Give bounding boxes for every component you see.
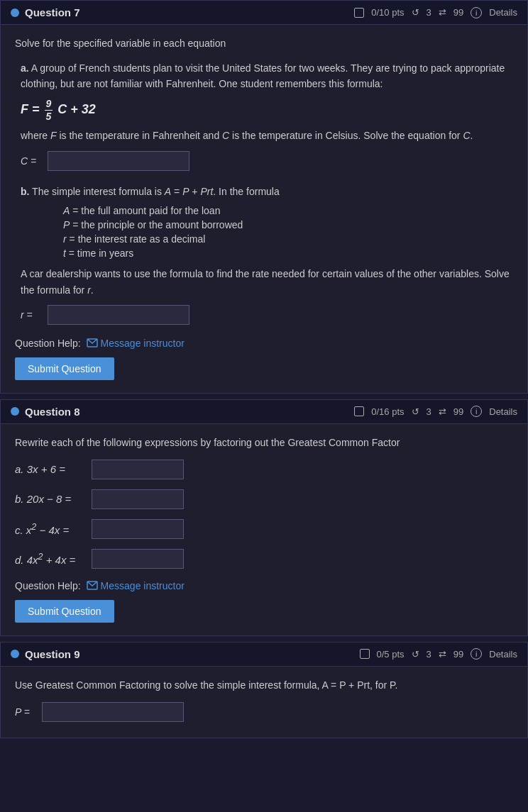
expr-d-row: d. 4x2 + 4x = <box>15 549 513 569</box>
question-7-title: Question 7 <box>11 6 80 18</box>
expr-c-row: c. x2 − 4x = <box>15 519 513 539</box>
part-b-answer-input[interactable] <box>48 305 189 325</box>
list-item-A: A = the full amount paid for the loan <box>63 205 513 216</box>
question-7-help: Question Help: Message instructor <box>15 338 513 349</box>
question-7-pts: 0/10 pts <box>371 7 404 18</box>
question-9-title: Question 9 <box>11 648 80 660</box>
question-8-submit[interactable]: Submit Question <box>15 600 114 623</box>
question-8-block: Question 8 0/16 pts ↺ 3 ⇄ 99 i Details R… <box>0 399 528 636</box>
list-item-t: t = time in years <box>63 248 513 259</box>
expr-c-label: c. x2 − 4x = <box>15 522 86 536</box>
question-7-submissions: 99 <box>453 7 463 18</box>
mail-icon-q8 <box>87 581 98 590</box>
question-9-answer-label: P = <box>15 706 36 718</box>
part-b-text: b. The simple interest formula is A = P … <box>21 184 513 199</box>
question-7-label: Question 7 <box>25 6 80 18</box>
question-9-answer-row: P = <box>15 702 513 722</box>
question-8-help-label: Question Help: <box>15 580 81 591</box>
expr-a-label: a. 3x + 6 = <box>15 463 86 475</box>
question-7-header: Question 7 0/10 pts ↺ 3 ⇄ 99 i Details <box>1 1 527 25</box>
submit-icon-q8: ⇄ <box>439 406 446 417</box>
question-8-title: Question 8 <box>11 406 80 418</box>
expr-c-input[interactable] <box>92 519 184 539</box>
part-b-answer-label: r = <box>21 309 42 321</box>
question-7-retries: 3 <box>427 7 431 18</box>
question-9-answer-input[interactable] <box>42 702 184 722</box>
pts-icon-q8 <box>354 406 364 416</box>
question-9-meta: 0/5 pts ↺ 3 ⇄ 99 i Details <box>360 648 517 660</box>
mail-icon-q7 <box>87 338 98 347</box>
question-9-details[interactable]: Details <box>489 649 517 660</box>
question-7-message-label: Message instructor <box>101 338 185 349</box>
part-b-answer-row: r = <box>21 305 513 325</box>
question-7-part-b: b. The simple interest formula is A = P … <box>15 184 513 325</box>
list-item-r: r = the interest rate as a decimal <box>63 233 513 245</box>
expr-b-label: b. 20x − 8 = <box>15 493 86 505</box>
question-8-details[interactable]: Details <box>489 406 517 417</box>
expr-a-input[interactable] <box>92 460 184 479</box>
fraction: 9 5 <box>45 98 53 123</box>
part-a-answer-row: C = <box>21 151 513 171</box>
question-9-body: Use Greatest Common Factoring to solve t… <box>1 667 527 738</box>
question-9-instruction: Use Greatest Common Factoring to solve t… <box>15 679 513 691</box>
question-8-submissions: 99 <box>453 406 463 417</box>
pts-icon <box>354 8 364 18</box>
question-9-label: Question 9 <box>25 648 80 660</box>
question-7-instruction: Solve for the specified variable in each… <box>15 38 513 49</box>
question-7-meta: 0/10 pts ↺ 3 ⇄ 99 i Details <box>354 7 517 18</box>
info-icon-q8[interactable]: i <box>471 406 482 417</box>
expr-b-input[interactable] <box>92 489 184 509</box>
question-8-meta: 0/16 pts ↺ 3 ⇄ 99 i Details <box>354 406 517 417</box>
question-8-header: Question 8 0/16 pts ↺ 3 ⇄ 99 i Details <box>1 400 527 424</box>
question-8-message-link[interactable]: Message instructor <box>87 580 185 591</box>
question-8-message-label: Message instructor <box>101 580 185 591</box>
retry-icon: ↺ <box>412 7 419 18</box>
list-item-P: P = the principle or the amount borrowed <box>63 219 513 230</box>
part-a-formula: F = 9 5 C + 32 <box>21 98 513 123</box>
submit-icon: ⇄ <box>439 7 446 18</box>
question-7-details[interactable]: Details <box>489 7 517 18</box>
part-b-text-after: A car dealership wants to use the formul… <box>21 266 513 298</box>
question-7-help-label: Question Help: <box>15 338 81 349</box>
question-9-pts: 0/5 pts <box>377 649 405 660</box>
retry-icon-q8: ↺ <box>412 406 419 417</box>
pts-icon-q9 <box>360 649 370 659</box>
question-8-instruction: Rewrite each of the following expression… <box>15 437 513 448</box>
question-9-submissions: 99 <box>453 649 463 660</box>
question-7-message-link[interactable]: Message instructor <box>87 338 185 349</box>
question-8-body: Rewrite each of the following expression… <box>1 424 527 635</box>
part-a-answer-input[interactable] <box>48 151 189 171</box>
retry-icon-q9: ↺ <box>412 649 419 660</box>
question-8-pts: 0/16 pts <box>371 406 404 417</box>
submit-icon-q9: ⇄ <box>439 649 446 660</box>
info-icon[interactable]: i <box>471 7 482 18</box>
question-7-block: Question 7 0/10 pts ↺ 3 ⇄ 99 i Details S… <box>0 0 528 394</box>
expr-d-input[interactable] <box>92 549 184 569</box>
question-7-body: Solve for the specified variable in each… <box>1 25 527 393</box>
question-8-help: Question Help: Message instructor <box>15 580 513 591</box>
question-9-dot <box>11 650 19 658</box>
question-9-retries: 3 <box>427 649 431 660</box>
part-a-answer-label: C = <box>21 155 42 167</box>
question-9-block: Question 9 0/5 pts ↺ 3 ⇄ 99 i Details Us… <box>0 642 528 738</box>
question-7-dot <box>11 9 19 17</box>
question-8-retries: 3 <box>427 406 431 417</box>
question-8-dot <box>11 407 19 416</box>
question-9-header: Question 9 0/5 pts ↺ 3 ⇄ 99 i Details <box>1 643 527 667</box>
part-a-text-after: where F is the temperature in Fahrenheit… <box>21 128 513 143</box>
expr-a-row: a. 3x + 6 = <box>15 460 513 479</box>
expr-b-row: b. 20x − 8 = <box>15 489 513 509</box>
question-7-part-a: a. A group of French students plan to vi… <box>15 60 513 171</box>
question-8-label: Question 8 <box>25 406 80 418</box>
question-7-submit[interactable]: Submit Question <box>15 357 114 380</box>
expr-d-label: d. 4x2 + 4x = <box>15 552 86 566</box>
info-icon-q9[interactable]: i <box>471 648 482 660</box>
part-a-text: a. A group of French students plan to vi… <box>21 60 513 92</box>
